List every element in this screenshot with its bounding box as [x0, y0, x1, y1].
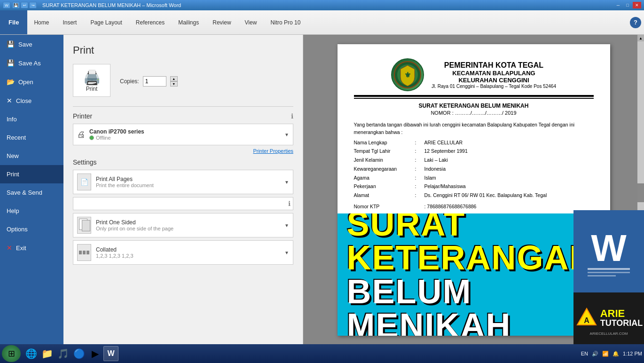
label-tgl: Tempat Tgl Lahir [354, 148, 415, 155]
title-bar: W 💾 ↩ ↪ SURAT KETERANGAN BELUM MENIKAH –… [0, 0, 644, 10]
time-display: 1:12 PM [623, 351, 642, 356]
sidebar-item-help[interactable]: Help [0, 202, 63, 220]
print-pages-icon: 📄 [77, 174, 91, 190]
printer-dropdown-arrow: ▼ [284, 132, 289, 137]
svg-rect-6 [588, 272, 630, 273]
scroll-thumb[interactable] [637, 183, 644, 202]
taskbar-ie-icon[interactable]: 🌐 [24, 346, 39, 361]
maximize-button[interactable]: □ [623, 2, 632, 8]
doc-title: SURAT KETERANGAN BELUM MENIKAH [354, 103, 594, 109]
save-quick-icon[interactable]: 💾 [12, 2, 20, 8]
printer-section-header: Printer ℹ [73, 112, 293, 120]
tab-insert[interactable]: Insert [56, 10, 84, 34]
print-label: Print [86, 86, 98, 92]
print-pages-info: Print All Pages Print the entire documen… [96, 176, 284, 188]
printer-info: Canon iP2700 series Offline [89, 128, 284, 141]
label-alamat: Alamat [354, 192, 415, 199]
printer-properties-link[interactable]: Printer Properties [73, 148, 293, 154]
printer-icon: 🖨️ [83, 69, 101, 86]
table-row-nama: Nama Lengkap : ARIE CELLULAR [354, 139, 594, 147]
pages-input[interactable] [73, 197, 293, 210]
copies-up-button[interactable]: ▲ [170, 76, 178, 81]
minimize-button[interactable]: ─ [614, 2, 622, 8]
copies-spinner: ▲ ▼ [170, 76, 178, 87]
taskbar-media-icon[interactable]: 🎵 [55, 346, 71, 361]
printer-info-icon[interactable]: ℹ [291, 112, 293, 120]
file-tab[interactable]: File [0, 10, 27, 34]
window-controls[interactable]: ─ □ ✕ [614, 2, 641, 8]
ribbon-tabs: Home Insert Page Layout References Maili… [27, 10, 307, 34]
copies-label: Copies: [120, 78, 139, 85]
tab-nitro[interactable]: Nitro Pro 10 [264, 10, 307, 34]
sidebar-item-exit[interactable]: ✕ Exit [0, 238, 63, 257]
taskbar-clock: 1:12 PM [623, 351, 642, 356]
sidebar-item-savesend[interactable]: Save & Send [0, 183, 63, 202]
value-nama: ARIE CELLULAR [424, 139, 594, 147]
print-pages-setting[interactable]: 📄 Print All Pages Print the entire docum… [73, 170, 293, 194]
sidebar-item-info[interactable]: Info [0, 110, 63, 128]
taskbar-video-icon[interactable]: ▶ [87, 346, 102, 361]
sidebar-item-recent[interactable]: Recent [0, 128, 63, 147]
settings-section-header: Settings [73, 158, 293, 166]
collated-name: Collated [96, 246, 284, 253]
table-row-warga: Kewareganegaraan : Indonesia [354, 166, 594, 173]
arie-text: ARIE [600, 308, 643, 319]
document-page: ⚜ PEMERINTAH KOTA TEGAL KECAMATAN BALAPU… [338, 44, 610, 336]
tab-home[interactable]: Home [27, 10, 56, 34]
sidebar: 💾 Save 💾 Save As 📂 Open ✕ Close Info Rec… [0, 35, 63, 349]
tab-page-layout[interactable]: Page Layout [84, 10, 129, 34]
copies-down-button[interactable]: ▼ [170, 81, 178, 87]
doc-header: ⚜ PEMERINTAH KOTA TEGAL KECAMATAN BALAPU… [354, 58, 594, 91]
one-sided-desc: Only print on one side of the page [96, 226, 284, 231]
printer-status: Offline [89, 135, 284, 141]
scroll-up-button[interactable]: ▲ [637, 35, 644, 41]
copies-row: Copies: ▲ ▼ [120, 76, 178, 87]
label-ktp: Nomor KTP [354, 203, 415, 211]
taskbar: ⊞ 🌐 📁 🎵 🔵 ▶ W EN 🔊 📶 🔔 1:12 PM [0, 344, 644, 363]
collated-desc: 1,2,3 1,2,3 1,2,3 [96, 253, 284, 259]
help-button[interactable]: ? [630, 17, 641, 28]
sidebar-item-options[interactable]: Options [0, 220, 63, 238]
value-pekerjaan: Pelajar/Mahasiswa [424, 183, 594, 190]
tab-review[interactable]: Review [206, 10, 238, 34]
sidebar-item-save[interactable]: 💾 Save [0, 35, 63, 54]
label-kelamin: Jenil Kelamin [354, 157, 415, 164]
word-icon-overlay: W [573, 210, 644, 292]
redo-icon[interactable]: ↪ [29, 2, 37, 8]
table-row-tgl: Tempat Tgl Lahir : 12 September 1991 [354, 148, 594, 155]
pages-info-icon[interactable]: ℹ [288, 200, 291, 207]
sidebar-item-saveas[interactable]: 💾 Save As [0, 54, 63, 72]
open-icon: 📂 [7, 78, 15, 86]
svg-rect-7 [588, 275, 616, 276]
sidebar-item-open[interactable]: 📂 Open [0, 72, 63, 91]
tab-references[interactable]: References [129, 10, 172, 34]
collated-icon [77, 244, 91, 261]
doc-nomor: NOMOR : ………/……../………/ 2019 [354, 110, 594, 116]
sidebar-item-close[interactable]: ✕ Close [0, 91, 63, 110]
lang-indicator: EN [581, 351, 588, 356]
print-execute-button[interactable]: 🖨️ Print [73, 64, 110, 97]
collated-setting[interactable]: Collated 1,2,3 1,2,3 1,2,3 ▼ [73, 240, 293, 265]
start-button[interactable]: ⊞ [2, 345, 21, 362]
one-sided-icon [77, 217, 91, 234]
sidebar-item-print[interactable]: Print [0, 165, 63, 183]
sidebar-item-new[interactable]: New [0, 147, 63, 165]
undo-icon[interactable]: ↩ [21, 2, 28, 8]
copies-input[interactable] [143, 76, 166, 87]
taskbar-word-icon[interactable]: W [103, 346, 118, 361]
taskbar-browser-icon[interactable]: 🔵 [71, 346, 86, 361]
close-button[interactable]: ✕ [633, 2, 641, 8]
tab-view[interactable]: View [238, 10, 264, 34]
value-warga: Indonesia [424, 166, 594, 173]
taskbar-folder-icon[interactable]: 📁 [39, 346, 55, 361]
overlay-banner: SURAT KETERANGAN BELUM MENIKAH [338, 213, 610, 336]
arie-tutorial-overlay: A ARIE TUTORIAL ARIECELLULAR.COM [573, 292, 644, 349]
doc-intro: Yang bertanda tangan dibawah ini lurah c… [354, 121, 594, 136]
print-panel: Print 🖨️ Print Copies: ▲ ▼ [63, 35, 303, 349]
one-sided-setting[interactable]: Print One Sided Only print on one side o… [73, 213, 293, 237]
tab-mailings[interactable]: Mailings [172, 10, 206, 34]
print-pages-name: Print All Pages [96, 176, 284, 182]
label-agama: Agama [354, 174, 415, 182]
printer-dropdown[interactable]: 🖨 Canon iP2700 series Offline ▼ [73, 124, 293, 145]
overlay-text-line2: BELUM MENIKAH [347, 275, 601, 336]
